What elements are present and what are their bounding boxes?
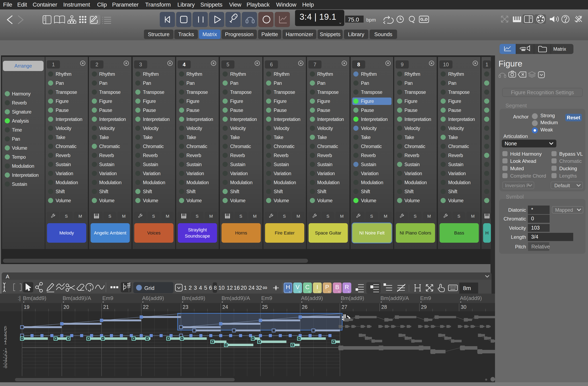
- svg-text:23: 23: [183, 304, 189, 310]
- svg-text:28: 28: [381, 304, 387, 310]
- svg-text:21: 21: [103, 304, 109, 310]
- svg-text:22: 22: [143, 304, 149, 310]
- svg-text:Em9: Em9: [261, 295, 272, 301]
- svg-text:Bm(add9): Bm(add9): [341, 295, 364, 301]
- svg-text:Bm(add9): Bm(add9): [182, 295, 205, 301]
- svg-text:Em9: Em9: [420, 295, 431, 301]
- svg-text:Bm(add9): Bm(add9): [23, 295, 46, 301]
- svg-text:A6(add9): A6(add9): [142, 295, 164, 301]
- svg-text:19: 19: [24, 304, 30, 310]
- svg-text:29: 29: [421, 304, 427, 310]
- svg-text:27: 27: [342, 304, 347, 310]
- svg-text:A6(add9): A6(add9): [460, 295, 482, 301]
- svg-text:Em9: Em9: [103, 295, 113, 301]
- svg-text:24: 24: [222, 304, 228, 310]
- svg-text:20: 20: [63, 304, 69, 310]
- svg-text:26: 26: [302, 304, 308, 310]
- svg-text:A6(add9): A6(add9): [301, 295, 323, 301]
- svg-text:Bm(add9)/A: Bm(add9)/A: [222, 295, 250, 301]
- svg-text:Bm(add9)/A: Bm(add9)/A: [380, 295, 409, 301]
- svg-text::|: :|: [18, 295, 21, 301]
- svg-text:30: 30: [461, 304, 466, 310]
- svg-text:25: 25: [262, 304, 268, 310]
- svg-text:1: 1: [4, 340, 7, 345]
- svg-text:Bm(add9)/A: Bm(add9)/A: [63, 295, 91, 301]
- svg-text:-6: -6: [3, 364, 7, 369]
